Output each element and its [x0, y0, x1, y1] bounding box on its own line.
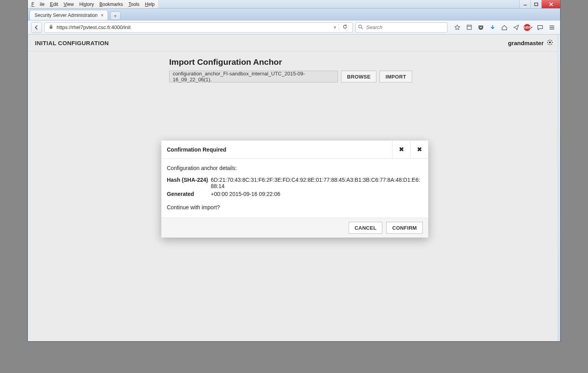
modal-header: Confirmation Required ✖ ✖: [161, 141, 428, 159]
menu-view[interactable]: View: [61, 1, 77, 8]
page-header: INITIAL CONFIGURATION grandmaster: [28, 35, 560, 52]
generated-label: Generated: [167, 191, 211, 197]
back-button[interactable]: [31, 22, 42, 33]
tab-active[interactable]: Security Server Administration ×: [29, 10, 108, 20]
confirm-button[interactable]: CONFIRM: [386, 222, 423, 234]
url-dropdown-icon[interactable]: ▾: [331, 24, 339, 30]
modal-close-icon[interactable]: ✖: [410, 141, 428, 158]
browse-button[interactable]: BROWSE: [341, 71, 376, 82]
send-icon[interactable]: [511, 22, 521, 33]
menu-tools[interactable]: Tools: [126, 1, 142, 8]
bookmark-star-icon[interactable]: [452, 22, 462, 33]
svg-rect-7: [467, 25, 471, 29]
user-menu[interactable]: grandmaster: [508, 39, 553, 47]
modal-footer: CANCEL CONFIRM: [161, 218, 428, 238]
row-hash: Hash (SHA-224) 6D:21:70:43:8C:31:F6:2F:3…: [167, 177, 423, 189]
search-box[interactable]: [355, 22, 447, 33]
svg-line-6: [362, 27, 363, 29]
chat-icon[interactable]: [535, 22, 545, 33]
window-controls: [519, 0, 560, 8]
anchor-file-field[interactable]: configuration_anchor_FI-sandbox_internal…: [169, 71, 338, 82]
maximize-button[interactable]: [530, 0, 541, 8]
toolbar-icons: ABP▾: [450, 22, 557, 33]
page: INITIAL CONFIGURATION grandmaster Import…: [28, 35, 560, 341]
menu-help[interactable]: Help: [142, 1, 157, 8]
import-heading: Import Configuration Anchor: [169, 57, 560, 67]
modal-question: Continue with import?: [167, 204, 423, 210]
cancel-button[interactable]: CANCEL: [349, 222, 382, 234]
import-button[interactable]: IMPORT: [380, 71, 412, 82]
reload-button[interactable]: [339, 24, 351, 31]
modal-title: Confirmation Required: [161, 141, 392, 158]
menubar-row: File Edit View History Bookmarks Tools H…: [28, 0, 560, 9]
tabstrip: Security Server Administration × +: [28, 9, 560, 20]
navbar: ▾: [28, 20, 560, 35]
downloads-icon[interactable]: [488, 22, 498, 33]
menu-edit[interactable]: Edit: [47, 1, 61, 8]
modal-body: Configuration anchor details: Hash (SHA-…: [161, 159, 428, 218]
svg-rect-1: [535, 3, 538, 5]
hash-value: 6D:21:70:43:8C:31:F6:2F:3E:FD:C4:92:8E:0…: [211, 177, 423, 189]
search-input[interactable]: [365, 24, 445, 31]
svg-rect-4: [50, 26, 53, 29]
modal-lead: Configuration anchor details:: [167, 165, 423, 171]
url-box[interactable]: ▾: [44, 22, 353, 33]
new-tab-button[interactable]: +: [110, 11, 121, 20]
minimize-button[interactable]: [519, 0, 530, 8]
svg-point-12: [549, 42, 551, 43]
scrollbar[interactable]: [558, 35, 560, 341]
gear-icon: [547, 39, 553, 47]
browser-window: File Edit View History Bookmarks Tools H…: [27, 0, 561, 342]
search-icon: [358, 24, 363, 31]
menu-bookmarks[interactable]: Bookmarks: [97, 1, 126, 8]
tab-title: Security Server Administration: [35, 13, 98, 18]
pocket-icon[interactable]: [476, 22, 486, 33]
lock-icon: [49, 24, 53, 30]
url-input[interactable]: [56, 24, 331, 31]
page-title: INITIAL CONFIGURATION: [35, 40, 109, 46]
anchor-file-name: configuration_anchor_FI-sandbox_internal…: [173, 71, 334, 82]
confirm-modal: Confirmation Required ✖ ✖ Configuration …: [161, 141, 428, 238]
menu-history[interactable]: History: [77, 1, 97, 8]
tab-close-icon[interactable]: ×: [101, 13, 104, 18]
row-generated: Generated +00:00 2015-09-16 09:22:06: [167, 191, 423, 197]
content: Import Configuration Anchor configuratio…: [28, 52, 560, 82]
hamburger-menu-icon[interactable]: [547, 22, 557, 33]
user-label: grandmaster: [508, 40, 544, 46]
close-window-button[interactable]: [541, 0, 560, 8]
abp-icon[interactable]: ABP▾: [523, 22, 533, 33]
file-row: configuration_anchor_FI-sandbox_internal…: [169, 71, 560, 82]
home-icon[interactable]: [499, 22, 509, 33]
hash-label: Hash (SHA-224): [167, 177, 211, 189]
library-icon[interactable]: [464, 22, 474, 33]
menu-file[interactable]: File: [29, 1, 47, 8]
generated-value: +00:00 2015-09-16 09:22:06: [211, 191, 423, 197]
modal-action-icon[interactable]: ✖: [392, 141, 410, 158]
menubar: File Edit View History Bookmarks Tools H…: [28, 0, 158, 8]
svg-point-5: [359, 25, 362, 28]
